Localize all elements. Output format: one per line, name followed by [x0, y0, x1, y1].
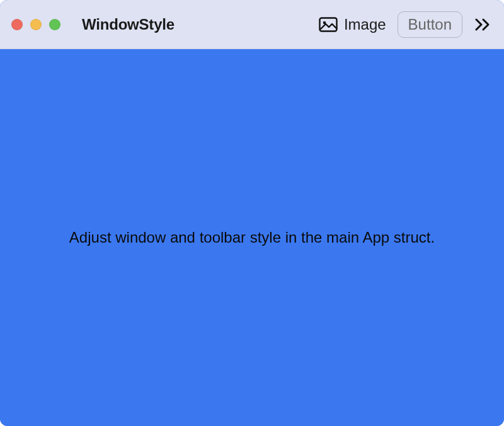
titlebar-toolbar: WindowStyle Image Button: [0, 0, 504, 49]
content-text: Adjust window and toolbar style in the m…: [44, 229, 460, 246]
minimize-button[interactable]: [30, 19, 42, 30]
content-area: Adjust window and toolbar style in the m…: [0, 49, 504, 426]
close-button[interactable]: [11, 19, 23, 30]
toolbar-overflow-button[interactable]: [470, 17, 493, 32]
toolbar-button[interactable]: Button: [398, 11, 462, 38]
zoom-button[interactable]: [49, 19, 60, 30]
svg-rect-0: [319, 18, 336, 31]
window-title: WindowStyle: [82, 16, 175, 33]
toolbar-image-label: Image: [344, 16, 386, 33]
window: WindowStyle Image Button Adjus: [0, 0, 504, 426]
toolbar-image-item[interactable]: Image: [315, 13, 390, 36]
image-icon: [319, 17, 338, 32]
chevron-double-right-icon: [474, 17, 491, 32]
traffic-lights: [11, 19, 60, 30]
